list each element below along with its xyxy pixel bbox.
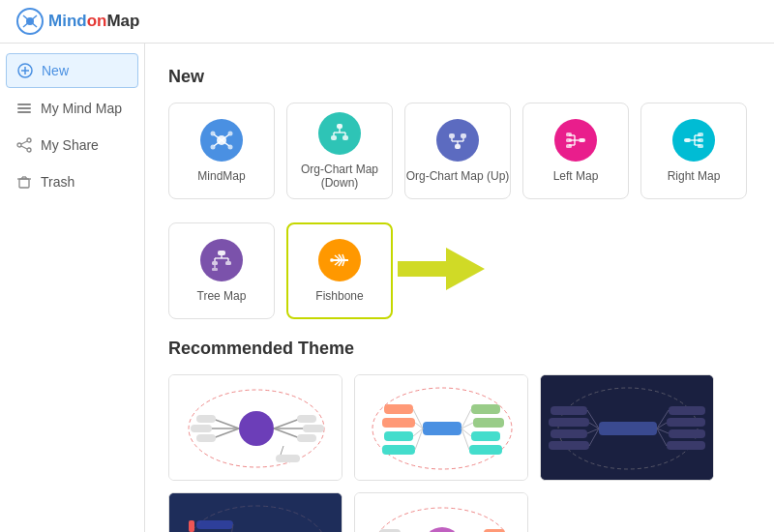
- main-content: New MindMap: [145, 44, 774, 532]
- tree-map-icon: [200, 239, 243, 281]
- svg-rect-96: [276, 455, 300, 462]
- sidebar-item-new-label: New: [42, 63, 69, 78]
- arrow-annotation: [398, 248, 485, 294]
- svg-rect-93: [297, 415, 316, 423]
- svg-rect-90: [196, 415, 216, 423]
- svg-rect-127: [667, 441, 705, 450]
- svg-rect-125: [667, 418, 705, 427]
- trash-icon: [15, 173, 33, 191]
- svg-rect-104: [382, 445, 415, 455]
- svg-line-16: [21, 146, 27, 149]
- recommended-title: Recommended Theme: [168, 339, 751, 359]
- svg-rect-52: [566, 138, 572, 142]
- theme-card-1[interactable]: [168, 374, 342, 481]
- svg-rect-17: [19, 179, 29, 188]
- sidebar-item-my-share-label: My Share: [41, 137, 99, 153]
- map-card-org-down[interactable]: Org-Chart Map (Down): [286, 103, 393, 199]
- svg-rect-108: [469, 445, 502, 455]
- logo: MindonMap: [15, 8, 139, 35]
- svg-rect-156: [355, 493, 528, 532]
- sidebar-item-my-mind-map[interactable]: My Mind Map: [0, 90, 144, 127]
- svg-marker-80: [398, 248, 485, 290]
- theme-card-5[interactable]: [354, 492, 528, 532]
- right-map-label: Right Map: [668, 169, 721, 183]
- map-card-right[interactable]: Right Map: [640, 103, 747, 199]
- tree-map-label: Tree Map: [197, 289, 247, 303]
- svg-rect-119: [599, 422, 657, 435]
- sidebar-item-new[interactable]: New: [6, 53, 138, 88]
- mindmap-icon: [200, 119, 243, 162]
- svg-rect-61: [698, 138, 703, 142]
- svg-rect-101: [384, 404, 413, 414]
- svg-rect-51: [566, 133, 572, 136]
- share-icon: [15, 136, 33, 154]
- map-card-fishbone[interactable]: Fishbone: [286, 222, 393, 319]
- sidebar-item-trash[interactable]: Trash: [0, 163, 144, 200]
- svg-point-28: [228, 132, 233, 136]
- org-up-label: Org-Chart Map (Up): [406, 169, 510, 183]
- svg-point-30: [228, 145, 233, 150]
- svg-rect-68: [212, 261, 218, 265]
- org-up-icon: [436, 119, 479, 162]
- right-map-icon: [672, 119, 715, 162]
- fishbone-icon: [318, 239, 361, 281]
- svg-point-14: [27, 148, 31, 152]
- theme-card-2[interactable]: [354, 374, 528, 481]
- svg-rect-120: [551, 406, 587, 415]
- theme-card-4[interactable]: [168, 492, 342, 532]
- svg-rect-92: [196, 434, 216, 442]
- svg-point-83: [239, 411, 274, 446]
- svg-point-27: [211, 132, 216, 136]
- theme-card-3[interactable]: [540, 374, 714, 481]
- svg-rect-123: [549, 441, 589, 450]
- svg-rect-31: [337, 124, 342, 129]
- plus-icon: [16, 62, 34, 79]
- svg-rect-121: [549, 418, 589, 427]
- svg-rect-124: [669, 406, 705, 415]
- fishbone-label: Fishbone: [315, 289, 363, 303]
- svg-rect-45: [579, 138, 585, 142]
- sidebar: New My Mind Map: [0, 44, 145, 532]
- svg-rect-71: [212, 268, 218, 271]
- svg-rect-10: [17, 107, 31, 109]
- svg-rect-60: [698, 133, 703, 136]
- sidebar-item-my-share[interactable]: My Share: [0, 127, 144, 163]
- svg-rect-11: [17, 111, 31, 113]
- svg-rect-39: [461, 133, 466, 138]
- fishbone-wrapper: Fishbone: [286, 222, 393, 319]
- header: MindonMap: [0, 0, 774, 44]
- sidebar-item-trash-label: Trash: [41, 174, 74, 190]
- svg-rect-103: [384, 431, 413, 441]
- svg-rect-63: [218, 251, 225, 255]
- svg-rect-100: [423, 422, 461, 435]
- svg-line-15: [21, 141, 27, 144]
- svg-rect-94: [303, 425, 324, 432]
- recommended-section: Recommended Theme: [168, 339, 751, 532]
- svg-rect-44: [455, 144, 461, 149]
- svg-rect-36: [331, 135, 337, 140]
- map-grid-row2: Tree Map: [168, 222, 751, 319]
- org-down-icon: [318, 112, 361, 155]
- svg-rect-53: [566, 144, 572, 148]
- menu-icon: [15, 100, 33, 117]
- svg-rect-106: [473, 418, 504, 428]
- svg-rect-62: [698, 144, 703, 148]
- sidebar-item-my-mind-map-label: My Mind Map: [41, 101, 122, 116]
- svg-rect-102: [382, 418, 415, 428]
- map-card-tree[interactable]: Tree Map: [168, 222, 275, 319]
- svg-rect-126: [669, 429, 705, 438]
- svg-rect-54: [684, 138, 691, 142]
- svg-rect-9: [17, 103, 31, 105]
- map-card-org-up[interactable]: Org-Chart Map (Up): [404, 103, 511, 199]
- svg-point-79: [330, 258, 334, 262]
- svg-rect-37: [342, 135, 348, 140]
- map-card-mindmap[interactable]: MindMap: [168, 103, 275, 199]
- svg-point-29: [211, 145, 216, 150]
- svg-point-13: [17, 143, 21, 147]
- svg-rect-122: [551, 429, 587, 438]
- theme-grid: [168, 374, 751, 532]
- map-card-left[interactable]: Left Map: [522, 103, 629, 199]
- left-map-icon: [554, 119, 597, 162]
- svg-rect-38: [449, 133, 455, 138]
- org-down-label: Org-Chart Map (Down): [287, 163, 392, 190]
